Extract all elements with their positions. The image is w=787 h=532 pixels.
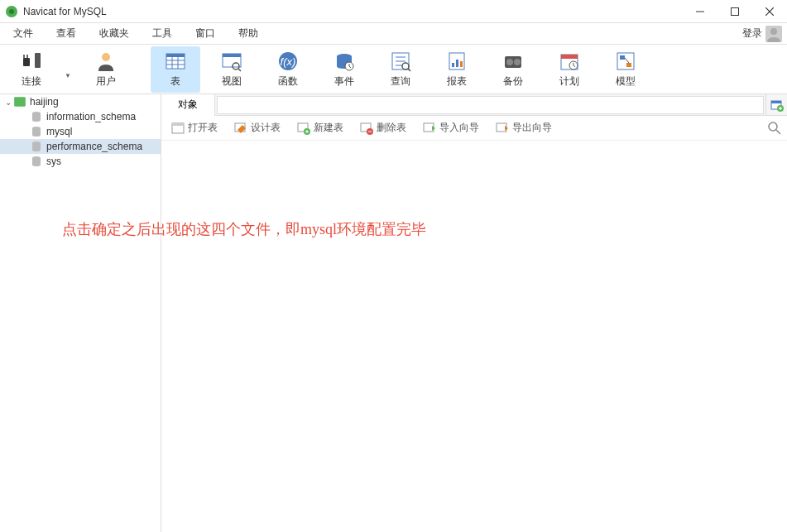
action-open-table[interactable]: 打开表 — [166, 118, 223, 137]
tool-label: 模型 — [616, 74, 636, 89]
main-content: 点击确定之后出现的这四个文件，即mysql环境配置完毕 — [161, 141, 787, 532]
model-icon — [614, 50, 637, 73]
close-button[interactable] — [752, 0, 787, 23]
connection-name: haijing — [30, 96, 59, 108]
tree-database[interactable]: sys — [0, 154, 161, 169]
login-area[interactable]: 登录 — [742, 26, 785, 42]
action-export-wizard[interactable]: 导出向导 — [491, 118, 557, 137]
svg-rect-37 — [460, 61, 463, 67]
svg-point-39 — [506, 59, 513, 65]
export-icon — [496, 122, 509, 135]
window-controls — [683, 0, 787, 23]
svg-point-40 — [514, 59, 521, 65]
tool-connection[interactable]: 连接 — [7, 46, 56, 93]
tab-row: 对象 — [161, 94, 787, 116]
view-icon — [220, 50, 243, 73]
menu-bar: 文件 查看 收藏夹 工具 窗口 帮助 登录 — [0, 23, 787, 45]
tool-label: 用户 — [96, 74, 116, 89]
svg-rect-3 — [732, 7, 739, 15]
chevron-down-icon[interactable]: ▼ — [65, 72, 71, 79]
tool-view[interactable]: 视图 — [207, 46, 257, 93]
tab-objects[interactable]: 对象 — [161, 94, 215, 116]
tool-label: 计划 — [559, 74, 579, 89]
tool-label: 视图 — [222, 74, 242, 89]
tool-report[interactable]: 报表 — [432, 46, 482, 93]
database-icon — [30, 125, 43, 138]
backup-icon — [501, 50, 525, 73]
database-icon — [30, 140, 43, 153]
svg-rect-47 — [620, 55, 625, 60]
add-tab-button[interactable] — [765, 94, 787, 116]
tool-backup[interactable]: 备份 — [488, 46, 538, 93]
tool-schedule[interactable]: 计划 — [545, 46, 594, 93]
action-new-table[interactable]: 新建表 — [292, 118, 348, 137]
search-icon[interactable] — [767, 121, 782, 136]
annotation-text: 点击确定之后出现的这四个文件，即mysql环境配置完毕 — [62, 219, 426, 239]
database-name: information_schema — [46, 111, 136, 122]
action-import-wizard[interactable]: 导入向导 — [418, 118, 484, 137]
svg-rect-7 — [35, 53, 41, 68]
svg-rect-61 — [172, 123, 184, 126]
action-bar: 打开表 设计表 新建表 删除表 导入向导 导出向导 — [161, 116, 787, 141]
tool-model[interactable]: 模型 — [601, 46, 650, 93]
tool-label: 查询 — [391, 74, 410, 89]
maximize-button[interactable] — [717, 0, 752, 23]
sidebar: ⌄ haijing information_schema mysql perfo… — [0, 94, 161, 532]
svg-point-11 — [102, 53, 110, 61]
tool-function[interactable]: f(x) 函数 — [263, 46, 313, 93]
object-filter-input[interactable] — [217, 96, 764, 114]
login-label: 登录 — [742, 26, 762, 41]
tree-database[interactable]: performance_schema — [0, 139, 161, 154]
tool-label: 函数 — [278, 74, 298, 89]
svg-rect-8 — [23, 58, 30, 66]
tool-user[interactable]: 用户 — [81, 46, 131, 93]
open-table-icon — [171, 122, 185, 135]
svg-rect-42 — [561, 55, 578, 59]
svg-rect-19 — [223, 54, 241, 57]
svg-text:f(x): f(x) — [281, 55, 296, 68]
delete-table-icon — [360, 122, 373, 135]
database-icon — [30, 110, 43, 123]
report-icon — [445, 50, 468, 73]
tree-connection[interactable]: ⌄ haijing — [0, 94, 161, 109]
svg-rect-48 — [626, 63, 631, 67]
plus-icon — [770, 98, 784, 112]
title-bar: Navicat for MySQL — [0, 0, 787, 23]
tree-database[interactable]: information_schema — [0, 109, 161, 124]
action-delete-table[interactable]: 删除表 — [355, 118, 411, 137]
menu-file[interactable]: 文件 — [2, 23, 45, 44]
database-name: mysql — [46, 126, 72, 137]
window-title: Navicat for MySQL — [23, 6, 107, 17]
svg-rect-50 — [14, 97, 26, 106]
connection-icon — [13, 95, 26, 108]
menu-help[interactable]: 帮助 — [227, 23, 270, 44]
tool-table[interactable]: 表 — [151, 46, 200, 93]
svg-rect-36 — [456, 60, 458, 67]
menu-favorites[interactable]: 收藏夹 — [88, 23, 141, 44]
menu-window[interactable]: 窗口 — [184, 23, 227, 44]
svg-point-1 — [9, 9, 14, 14]
main-toolbar: 连接 ▼ 用户 表 视图 f(x) 函数 事件 查询 报表 备份 计划 模型 — [0, 45, 787, 94]
menu-view[interactable]: 查看 — [45, 23, 88, 44]
database-name: performance_schema — [46, 141, 142, 152]
collapse-icon[interactable]: ⌄ — [3, 98, 13, 107]
action-design-table[interactable]: 设计表 — [229, 118, 286, 137]
menu-tools[interactable]: 工具 — [141, 23, 184, 44]
tool-label: 连接 — [22, 74, 41, 89]
tool-label: 备份 — [503, 74, 523, 89]
tool-label: 报表 — [447, 74, 467, 89]
avatar-icon — [765, 26, 782, 42]
tool-label: 表 — [170, 74, 180, 89]
database-name: sys — [46, 156, 61, 167]
svg-point-72 — [769, 122, 777, 131]
schedule-icon — [558, 50, 581, 73]
tree-database[interactable]: mysql — [0, 124, 161, 139]
database-icon — [30, 155, 43, 168]
main-panel: 对象 打开表 设计表 新建表 删除表 — [161, 94, 787, 532]
minimize-button[interactable] — [683, 0, 717, 23]
tool-event[interactable]: 事件 — [319, 46, 369, 93]
user-icon — [94, 50, 118, 73]
import-icon — [423, 122, 436, 135]
tool-query[interactable]: 查询 — [376, 46, 425, 93]
svg-line-33 — [408, 69, 410, 71]
